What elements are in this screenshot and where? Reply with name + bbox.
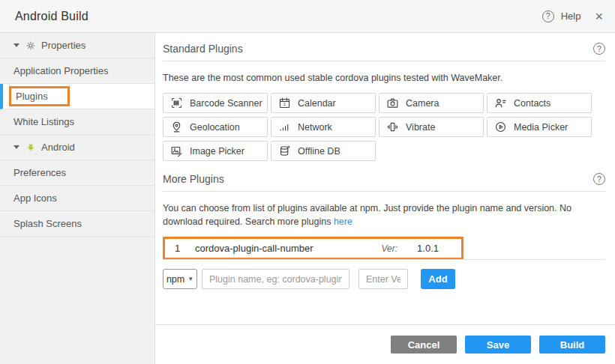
plugin-button-image-picker[interactable]: Image Picker — [163, 141, 268, 161]
sidebar-item-label: Android — [41, 142, 75, 153]
media-picker-icon — [494, 121, 507, 133]
help-icon[interactable]: ? — [542, 10, 554, 22]
sidebar-item-label: Preferences — [14, 167, 66, 178]
divider — [163, 191, 605, 192]
plugin-list: 1 cordova-plugin-call-number Ver: 1.0.1 — [163, 237, 605, 260]
more-plugins-description: You can choose from list of plugins avai… — [163, 201, 605, 228]
plugin-label: Image Picker — [190, 146, 244, 157]
more-plugins-help-icon[interactable]: ? — [593, 173, 605, 185]
save-button[interactable]: Save — [465, 336, 531, 354]
sidebar-item-white-listings[interactable]: White Listings — [0, 109, 154, 135]
plugin-version-input[interactable] — [358, 269, 408, 289]
plugin-label: Media Picker — [514, 122, 568, 133]
sidebar-item-preferences[interactable]: Preferences — [0, 160, 154, 186]
sidebar-item-app-icons[interactable]: App Icons — [0, 186, 154, 211]
standard-plugins-grid: Barcode Scanner 1 Calendar Camera Contac… — [163, 93, 599, 165]
close-icon[interactable]: × — [593, 10, 604, 23]
sidebar-group-properties[interactable]: Properties — [0, 33, 154, 58]
divider — [163, 61, 605, 61]
plugin-button-contacts[interactable]: Contacts — [487, 93, 592, 113]
plugin-label: Vibrate — [406, 122, 435, 133]
plugin-button-barcode-scanner[interactable]: Barcode Scanner — [163, 93, 268, 113]
android-icon — [26, 142, 36, 153]
sidebar: Properties Application Properties Plugin… — [0, 33, 155, 364]
plugin-button-network[interactable]: Network — [271, 117, 376, 137]
camera-icon — [386, 97, 399, 109]
standard-plugins-description: These are the most common used stable co… — [163, 71, 605, 85]
cancel-button[interactable]: Cancel — [391, 336, 457, 354]
plugin-row-name: cordova-plugin-call-number — [195, 243, 382, 254]
plugin-label: Network — [298, 122, 332, 133]
plugin-row-index: 1 — [165, 243, 195, 254]
dialog-header: Android Build ? Help × — [0, 0, 615, 33]
vibrate-icon — [386, 121, 399, 133]
plugin-label: Calendar — [298, 98, 336, 109]
plugin-row-ver-label: Ver: — [382, 243, 398, 254]
search-plugins-link[interactable]: here — [334, 216, 352, 227]
calendar-icon: 1 — [278, 97, 291, 109]
source-select-value: npm — [166, 274, 184, 285]
plugin-label: Contacts — [514, 98, 550, 109]
contacts-icon — [494, 97, 507, 109]
plugin-label: Barcode Scanner — [190, 98, 262, 109]
dialog-title: Android Build — [15, 10, 88, 23]
plugin-name-input[interactable] — [202, 269, 350, 289]
more-plugins-description-text: You can choose from list of plugins avai… — [163, 203, 572, 227]
chevron-down-icon: ▼ — [188, 276, 194, 282]
annotation-highlight: Plugins — [9, 86, 70, 106]
divider — [163, 259, 605, 260]
dialog-footer: Cancel Save Build — [155, 324, 615, 364]
plugin-row[interactable]: 1 cordova-plugin-call-number Ver: 1.0.1 — [163, 237, 464, 260]
geolocation-icon — [170, 121, 183, 133]
plugin-button-media-picker[interactable]: Media Picker — [487, 117, 592, 137]
plugin-button-camera[interactable]: Camera — [379, 93, 484, 113]
plugin-label: Offline DB — [298, 146, 340, 157]
sidebar-item-application-properties[interactable]: Application Properties — [0, 58, 154, 84]
add-button[interactable]: Add — [421, 269, 455, 289]
network-icon — [278, 121, 291, 133]
plugin-button-calendar[interactable]: 1 Calendar — [271, 93, 376, 113]
standard-plugins-title: Standard Plugins — [163, 43, 243, 55]
plugin-button-vibrate[interactable]: Vibrate — [379, 117, 484, 137]
source-select[interactable]: npm ▼ — [163, 269, 197, 289]
svg-text:1: 1 — [284, 103, 286, 107]
plugin-row-version: 1.0.1 — [417, 243, 439, 254]
offline-db-icon — [278, 145, 291, 157]
plugin-label: Camera — [406, 98, 439, 109]
build-button[interactable]: Build — [539, 336, 605, 354]
sidebar-item-splash-screens[interactable]: Splash Screens — [0, 211, 154, 237]
gear-icon — [26, 40, 36, 51]
add-plugin-form: npm ▼ Add — [163, 269, 605, 289]
sidebar-item-label: Plugins — [16, 91, 48, 102]
chevron-down-icon — [14, 43, 20, 47]
more-plugins-title: More Plugins — [163, 173, 224, 185]
sidebar-item-plugins[interactable]: Plugins — [0, 84, 154, 109]
sidebar-item-label: Properties — [41, 40, 86, 51]
sidebar-group-android[interactable]: Android — [0, 135, 154, 160]
sidebar-item-label: App Icons — [14, 192, 57, 204]
header-actions: ? Help × — [542, 10, 604, 23]
plugin-button-offline-db[interactable]: Offline DB — [271, 141, 376, 161]
plugin-label: Geolocation — [190, 122, 240, 133]
sidebar-item-label: White Listings — [14, 116, 74, 127]
image-picker-icon — [170, 145, 183, 157]
help-link[interactable]: Help — [561, 10, 581, 22]
sidebar-item-label: Splash Screens — [14, 218, 82, 229]
plugin-button-geolocation[interactable]: Geolocation — [163, 117, 268, 137]
sidebar-item-label: Application Properties — [14, 65, 108, 76]
barcode-scanner-icon — [170, 97, 183, 109]
android-build-dialog: Android Build ? Help × Properties Applic… — [0, 0, 615, 364]
standard-plugins-help-icon[interactable]: ? — [593, 43, 605, 55]
chevron-down-icon — [14, 145, 20, 149]
main-content: Standard Plugins ? These are the most co… — [155, 33, 615, 324]
